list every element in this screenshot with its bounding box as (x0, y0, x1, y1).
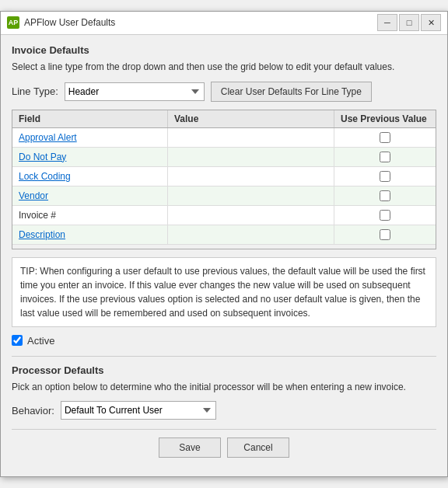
checkbox-cell (334, 206, 436, 225)
table-row: Lock Coding (12, 167, 436, 186)
behavior-row: Behavior: Default To Current User Defaul… (12, 401, 436, 420)
value-cell (168, 128, 334, 147)
field-cell: Lock Coding (12, 167, 168, 186)
clear-defaults-button[interactable]: Clear User Defaults For Line Type (211, 82, 372, 102)
invoice-defaults-description: Select a line type from the drop down an… (12, 61, 436, 74)
close-button[interactable]: ✕ (421, 14, 441, 31)
active-label: Active (27, 335, 54, 347)
field-link-vendor[interactable]: Vendor (19, 190, 48, 201)
title-bar: AP APFlow User Defaults ─ □ ✕ (1, 12, 447, 35)
use-previous-checkbox-1[interactable] (380, 152, 390, 162)
active-checkbox[interactable] (12, 335, 23, 346)
field-link-description[interactable]: Description (19, 229, 65, 240)
use-previous-checkbox-2[interactable] (380, 171, 390, 182)
active-row: Active (12, 335, 436, 347)
value-cell (168, 148, 334, 166)
field-link-approval-alert[interactable]: Approval Alert (19, 132, 77, 143)
value-cell (168, 206, 334, 225)
checkbox-cell (334, 186, 436, 205)
maximize-button[interactable]: □ (399, 14, 419, 31)
checkbox-cell (334, 225, 436, 244)
table-row: Do Not Pay (12, 148, 436, 167)
table-row: Invoice # (12, 206, 436, 225)
table-row: Approval Alert (12, 128, 436, 148)
tip-section: TIP: When configuring a user default to … (12, 257, 436, 327)
field-cell: Vendor (12, 186, 168, 205)
grid-header: Field Value Use Previous Value (12, 110, 436, 128)
field-link-do-not-pay[interactable]: Do Not Pay (19, 152, 66, 162)
use-previous-checkbox-0[interactable] (380, 132, 390, 143)
field-cell: Invoice # (12, 206, 168, 225)
tip-text: TIP: When configuring a user default to … (20, 266, 425, 319)
field-cell: Description (12, 225, 168, 244)
minimize-button[interactable]: ─ (377, 14, 397, 31)
behavior-select[interactable]: Default To Current User Default To Previ… (61, 401, 216, 420)
use-previous-checkbox-4[interactable] (380, 210, 390, 221)
line-type-select[interactable]: Header Detail (65, 82, 205, 101)
main-window: AP APFlow User Defaults ─ □ ✕ Invoice De… (0, 11, 448, 478)
use-previous-checkbox-3[interactable] (380, 190, 390, 201)
window-controls: ─ □ ✕ (377, 14, 441, 31)
button-row: Save Cancel (12, 437, 436, 467)
value-cell (168, 186, 334, 205)
field-link-lock-coding[interactable]: Lock Coding (19, 171, 71, 182)
defaults-grid: Field Value Use Previous Value Approval … (12, 110, 436, 249)
table-row: Vendor (12, 186, 436, 206)
window-title: APFlow User Defaults (24, 17, 377, 28)
behavior-label: Behavior: (12, 405, 54, 417)
col-value: Value (168, 110, 334, 127)
checkbox-cell (334, 167, 436, 186)
bottom-divider (12, 429, 436, 430)
content-area: Invoice Defaults Select a line type from… (1, 35, 447, 477)
line-type-row: Line Type: Header Detail Clear User Defa… (12, 82, 436, 102)
processor-defaults-title: Processor Defaults (12, 364, 436, 376)
table-row: Description (12, 225, 436, 245)
save-button[interactable]: Save (159, 437, 221, 458)
processor-defaults-description: Pick an option below to determine who th… (12, 381, 436, 394)
checkbox-cell (334, 128, 436, 147)
app-icon: AP (7, 16, 19, 29)
col-field: Field (12, 110, 168, 127)
invoice-defaults-title: Invoice Defaults (12, 44, 436, 56)
cancel-button[interactable]: Cancel (227, 437, 289, 458)
field-cell: Approval Alert (12, 128, 168, 147)
field-cell: Do Not Pay (12, 148, 168, 166)
checkbox-cell (334, 148, 436, 166)
section-divider (12, 356, 436, 357)
value-cell (168, 225, 334, 244)
line-type-label: Line Type: (12, 85, 58, 97)
use-previous-checkbox-5[interactable] (380, 229, 390, 240)
col-use-previous: Use Previous Value (334, 110, 436, 127)
value-cell (168, 167, 334, 186)
field-text-invoice: Invoice # (19, 210, 56, 221)
